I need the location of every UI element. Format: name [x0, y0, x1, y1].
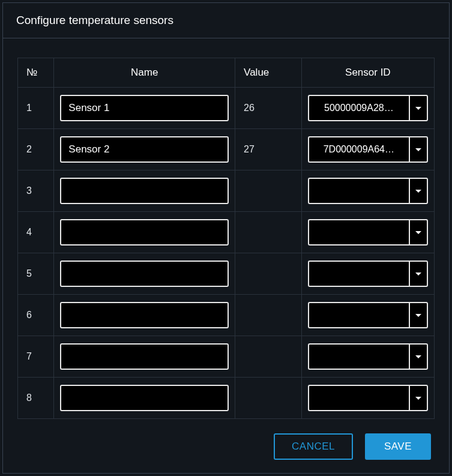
row-sensor-cell — [301, 378, 434, 419]
sensor-id-select[interactable] — [308, 178, 428, 204]
sensor-name-input[interactable] — [60, 95, 229, 121]
sensor-id-value[interactable] — [308, 219, 409, 246]
row-sensor-cell: 7D000009A64… — [301, 129, 434, 170]
sensor-name-input[interactable] — [60, 219, 229, 246]
sensor-name-input[interactable] — [60, 178, 229, 204]
row-number: 6 — [18, 295, 54, 336]
row-number: 1 — [18, 88, 54, 129]
caret-down-icon — [415, 314, 421, 317]
header-sensor-id: Sensor ID — [301, 58, 434, 88]
sensor-id-value[interactable] — [308, 302, 409, 328]
row-number: 7 — [18, 336, 54, 378]
dropdown-button[interactable] — [409, 343, 428, 370]
sensor-name-input[interactable] — [60, 302, 229, 328]
sensor-id-value[interactable]: 50000009A28… — [308, 95, 409, 121]
row-name-cell — [54, 170, 235, 212]
row-value — [235, 212, 302, 253]
caret-down-icon — [415, 355, 421, 358]
table-row: 8 — [18, 378, 435, 419]
dropdown-button[interactable] — [409, 95, 428, 121]
table-row: 5 — [18, 253, 435, 295]
header-name: Name — [54, 58, 235, 88]
sensor-id-select[interactable] — [308, 219, 428, 246]
row-value — [235, 253, 302, 295]
sensor-name-input[interactable] — [60, 261, 229, 287]
row-name-cell — [54, 378, 235, 419]
cancel-button[interactable]: CANCEL — [274, 433, 353, 460]
sensor-id-select[interactable] — [308, 343, 428, 370]
dropdown-button[interactable] — [409, 219, 428, 246]
row-name-cell — [54, 88, 235, 129]
row-sensor-cell: 50000009A28… — [301, 88, 434, 129]
sensor-id-value[interactable] — [308, 178, 409, 204]
row-sensor-cell — [301, 170, 434, 212]
row-number: 4 — [18, 212, 54, 253]
sensor-id-select[interactable] — [308, 261, 428, 287]
caret-down-icon — [415, 231, 421, 234]
sensor-id-value[interactable] — [308, 385, 409, 411]
save-button[interactable]: SAVE — [365, 433, 431, 460]
row-name-cell — [54, 295, 235, 336]
table-row: 4 — [18, 212, 435, 253]
row-value: 26 — [235, 88, 302, 129]
sensor-id-value[interactable] — [308, 343, 409, 370]
table-row: 6 — [18, 295, 435, 336]
dropdown-button[interactable] — [409, 261, 428, 287]
sensor-id-select[interactable]: 50000009A28… — [308, 95, 428, 121]
caret-down-icon — [415, 148, 421, 151]
caret-down-icon — [415, 273, 421, 276]
row-number: 8 — [18, 378, 54, 419]
dropdown-button[interactable] — [409, 302, 428, 328]
row-sensor-cell — [301, 253, 434, 295]
row-number: 3 — [18, 170, 54, 212]
row-name-cell — [54, 212, 235, 253]
caret-down-icon — [415, 397, 421, 400]
row-name-cell — [54, 336, 235, 378]
row-sensor-cell — [301, 336, 434, 378]
row-value — [235, 378, 302, 419]
table-row: 12650000009A28… — [18, 88, 435, 129]
row-name-cell — [54, 129, 235, 170]
sensor-id-value[interactable]: 7D000009A64… — [308, 136, 409, 163]
row-number: 2 — [18, 129, 54, 170]
sensor-name-input[interactable] — [60, 385, 229, 411]
row-value — [235, 295, 302, 336]
sensor-id-select[interactable]: 7D000009A64… — [308, 136, 428, 163]
row-value — [235, 170, 302, 212]
sensors-table: № Name Value Sensor ID 12650000009A28…22… — [17, 58, 435, 419]
table-row: 7 — [18, 336, 435, 378]
row-sensor-cell — [301, 212, 434, 253]
dropdown-button[interactable] — [409, 136, 428, 163]
dialog-header: Configure temperature sensors — [3, 3, 449, 38]
sensor-id-select[interactable] — [308, 385, 428, 411]
header-value: Value — [235, 58, 302, 88]
row-value: 27 — [235, 129, 302, 170]
header-num: № — [18, 58, 54, 88]
sensor-name-input[interactable] — [60, 136, 229, 163]
sensor-name-input[interactable] — [60, 343, 229, 370]
table-row: 3 — [18, 170, 435, 212]
dialog-body: № Name Value Sensor ID 12650000009A28…22… — [3, 38, 449, 419]
row-number: 5 — [18, 253, 54, 295]
dropdown-button[interactable] — [409, 178, 428, 204]
row-value — [235, 336, 302, 378]
dialog-title: Configure temperature sensors — [16, 14, 436, 27]
sensor-id-value[interactable] — [308, 261, 409, 287]
configure-sensors-dialog: Configure temperature sensors № Name Val… — [2, 2, 450, 474]
row-name-cell — [54, 253, 235, 295]
row-sensor-cell — [301, 295, 434, 336]
caret-down-icon — [415, 107, 421, 110]
dropdown-button[interactable] — [409, 385, 428, 411]
table-row: 2277D000009A64… — [18, 129, 435, 170]
sensor-id-select[interactable] — [308, 302, 428, 328]
dialog-footer: CANCEL SAVE — [3, 419, 449, 476]
caret-down-icon — [415, 190, 421, 193]
